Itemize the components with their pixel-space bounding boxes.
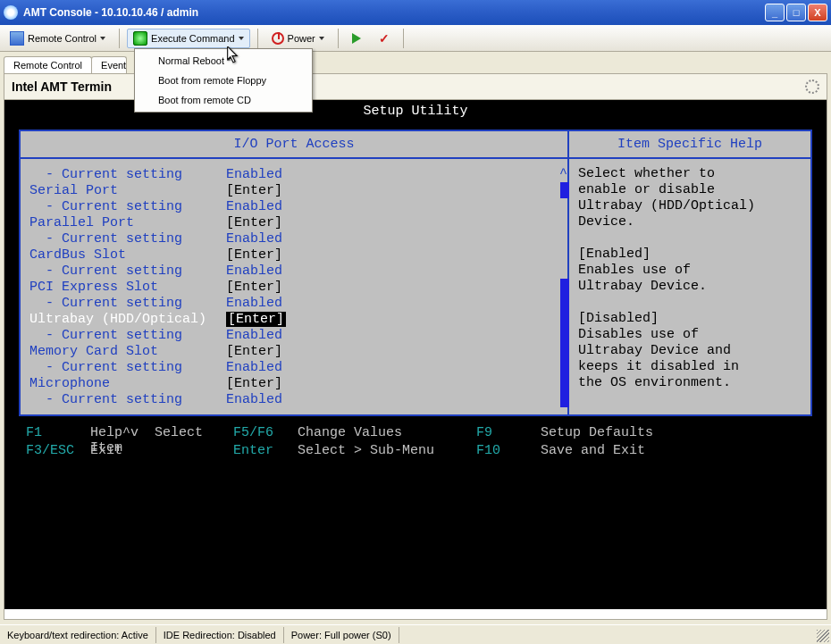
- scroll-marker: [560, 311, 569, 327]
- bios-help-line: Select whether to: [578, 166, 802, 182]
- bios-help-line: [Disabled]: [578, 311, 802, 327]
- bios-row-label: - Current setting: [29, 231, 226, 247]
- bios-help-line: Device.: [578, 214, 802, 230]
- status-bar: Keyboard/text redirection: Active IDE Re…: [0, 624, 831, 644]
- bios-row-value: [Enter]: [226, 376, 282, 391]
- scroll-marker: [560, 375, 569, 391]
- bios-help-line: Enables use of: [578, 263, 802, 279]
- scroll-marker: [560, 391, 569, 407]
- bios-utility-title: Setup Utility: [4, 100, 827, 130]
- power-icon: [272, 32, 284, 45]
- run-icon: [133, 31, 147, 46]
- toolbar-separator: [338, 29, 339, 48]
- window-titlebar: AMT Console - 10.10.10.46 / admin _ □ X: [0, 0, 831, 25]
- fkey-f10: F10: [476, 443, 541, 461]
- bios-row-label: Parallel Port: [29, 215, 226, 230]
- fkey-f9-desc: Setup Defaults: [541, 425, 684, 443]
- panel: Intel AMT Termin Setup Utility I/O Port …: [4, 73, 827, 620]
- bios-row[interactable]: - Current settingEnabled: [29, 295, 566, 311]
- scroll-marker: [560, 359, 569, 375]
- menu-item[interactable]: Boot from remote Floppy: [137, 71, 310, 90]
- bios-row-label: PCI Express Slot: [29, 280, 226, 295]
- bios-row-value: Enabled: [226, 199, 282, 214]
- bios-row-label: - Current setting: [29, 167, 226, 182]
- screen-icon: [10, 31, 24, 46]
- bios-row-value: [Enter]: [226, 183, 282, 198]
- bios-help-line: [578, 295, 802, 311]
- bios-row[interactable]: - Current settingEnabled: [29, 230, 566, 247]
- app-icon: [4, 5, 18, 20]
- bios-row-value: Enabled: [226, 231, 282, 247]
- bios-row-label: - Current setting: [29, 296, 226, 311]
- bios-row-value: Enabled: [226, 360, 282, 375]
- bios-col-left: I/O Port Access: [21, 131, 569, 157]
- bios-row[interactable]: - Current settingEnabled: [29, 166, 566, 182]
- remote-control-button[interactable]: Remote Control: [4, 29, 112, 48]
- minimize-button[interactable]: _: [765, 4, 785, 21]
- bios-help-line: the OS environment.: [578, 375, 802, 391]
- fkey-enter: Enter: [233, 443, 298, 461]
- execute-command-label: Execute Command: [151, 33, 235, 44]
- execute-command-button[interactable]: Execute Command: [127, 29, 250, 48]
- bios-row[interactable]: - Current settingEnabled: [29, 327, 566, 343]
- bios-row[interactable]: - Current settingEnabled: [29, 263, 566, 279]
- bios-row[interactable]: - Current settingEnabled: [29, 198, 566, 214]
- maximize-button[interactable]: □: [786, 4, 806, 21]
- bios-row[interactable]: Microphone[Enter]: [29, 375, 566, 391]
- tab-remote-control[interactable]: Remote Control: [4, 56, 92, 73]
- scroll-marker: [560, 327, 569, 343]
- bios-row[interactable]: Ultrabay (HDD/Optical)[Enter]: [29, 311, 566, 327]
- fkey-f9: F9: [476, 425, 541, 443]
- check-button[interactable]: ✓: [373, 29, 396, 48]
- bios-help-line: Ultrabay Device.: [578, 279, 802, 295]
- fkey-f56: F5/F6: [233, 425, 298, 443]
- bios-row-value: Enabled: [226, 392, 282, 407]
- scroll-marker: [560, 343, 569, 359]
- gear-icon[interactable]: [805, 79, 819, 94]
- bios-row-label: - Current setting: [29, 199, 226, 214]
- bios-row-label: Microphone: [29, 376, 226, 391]
- tab-event[interactable]: Event: [91, 56, 127, 73]
- status-ide: IDE Redirection: Disabled: [156, 627, 284, 643]
- execute-command-menu[interactable]: Normal Reboot *Boot from remote FloppyBo…: [134, 48, 313, 113]
- bios-row[interactable]: Memory Card Slot[Enter]: [29, 343, 566, 359]
- bios-list[interactable]: ^ - Current settingEnabledSerial Port[En…: [21, 159, 569, 414]
- bios-help-line: Ultrabay Device and: [578, 343, 802, 359]
- bios-row-value: [Enter]: [226, 312, 286, 327]
- bios-help-line: Disables use of: [578, 327, 802, 343]
- go-button[interactable]: [346, 30, 367, 46]
- bios-help-pane: Select whether toenable or disableUltrab…: [569, 159, 810, 414]
- panel-header: Intel AMT Termin: [4, 74, 827, 100]
- bios-window: I/O Port Access Item Specific Help ^ - C…: [19, 130, 812, 416]
- bios-help-line: [Enabled]: [578, 247, 802, 263]
- fkey-f1-desc: Help^v: [90, 425, 138, 440]
- terminal[interactable]: Setup Utility I/O Port Access Item Speci…: [4, 100, 827, 609]
- bios-row[interactable]: - Current settingEnabled: [29, 391, 566, 407]
- fkey-enter-desc: Select > Sub-Menu: [298, 443, 476, 461]
- resize-grip[interactable]: [817, 630, 829, 642]
- bios-row-value: Enabled: [226, 296, 282, 311]
- arrow-right-icon: [352, 33, 361, 44]
- tab-strip: Remote Control Event: [0, 54, 831, 73]
- close-button[interactable]: X: [808, 4, 827, 21]
- bios-row[interactable]: PCI Express Slot[Enter]: [29, 279, 566, 295]
- bios-row-label: - Current setting: [29, 263, 226, 279]
- mouse-cursor: [227, 46, 239, 64]
- check-icon: ✓: [379, 31, 390, 46]
- power-button[interactable]: Power: [265, 29, 331, 47]
- bios-row[interactable]: Parallel Port[Enter]: [29, 214, 566, 230]
- remote-control-label: Remote Control: [28, 33, 97, 44]
- bios-row[interactable]: CardBus Slot[Enter]: [29, 247, 566, 263]
- scroll-marker: [560, 295, 569, 311]
- menu-item[interactable]: Normal Reboot *: [137, 51, 310, 71]
- power-label: Power: [288, 33, 315, 44]
- bios-row-value: [Enter]: [226, 344, 282, 359]
- bios-row[interactable]: Serial Port[Enter]: [29, 182, 566, 198]
- menu-item[interactable]: Boot from remote CD: [137, 90, 310, 110]
- bios-help-line: [578, 230, 802, 247]
- panel-title: Intel AMT Termin: [12, 79, 112, 94]
- chevron-down-icon: [100, 37, 105, 40]
- bios-row[interactable]: - Current settingEnabled: [29, 359, 566, 375]
- bios-col-right: Item Specific Help: [569, 131, 810, 157]
- bios-row-label: Serial Port: [29, 183, 226, 198]
